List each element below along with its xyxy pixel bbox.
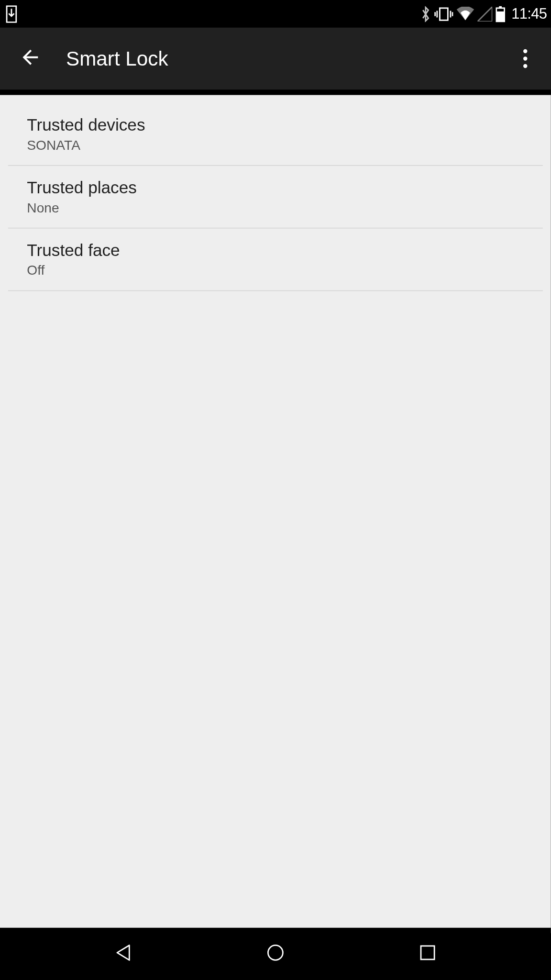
svg-rect-6 [421, 946, 434, 959]
system-nav-bar [0, 928, 551, 980]
page-title: Smart Lock [66, 47, 168, 70]
status-bar: 11:45 [0, 0, 551, 28]
arrow-back-icon [19, 46, 42, 72]
overflow-menu-button[interactable] [515, 45, 536, 73]
cell-signal-icon [478, 6, 493, 21]
nav-back-button[interactable] [96, 942, 150, 965]
bluetooth-icon [420, 6, 431, 22]
settings-content: Trusted devices SONATA Trusted places No… [0, 95, 551, 934]
item-summary: Off [27, 263, 524, 278]
circle-home-icon [265, 942, 286, 965]
app-bar: Smart Lock [0, 28, 551, 90]
battery-icon [496, 6, 506, 22]
item-title: Trusted devices [27, 115, 524, 135]
trusted-places-item[interactable]: Trusted places None [0, 166, 551, 228]
divider [8, 290, 543, 291]
nav-recent-button[interactable] [401, 943, 455, 964]
vibrate-icon [435, 6, 453, 21]
item-summary: SONATA [27, 137, 524, 153]
status-clock: 11:45 [511, 5, 547, 23]
nav-home-button[interactable] [249, 942, 303, 965]
download-box-icon [4, 5, 19, 23]
trusted-face-item[interactable]: Trusted face Off [0, 228, 551, 290]
item-summary: None [27, 200, 524, 215]
item-title: Trusted places [27, 178, 524, 198]
item-title: Trusted face [27, 241, 524, 260]
more-vert-icon [523, 49, 527, 68]
svg-point-5 [268, 945, 283, 960]
square-recent-icon [418, 943, 437, 964]
triangle-back-icon [113, 942, 133, 965]
back-button[interactable] [16, 45, 44, 73]
svg-rect-1 [440, 8, 448, 20]
wifi-icon [457, 6, 474, 21]
trusted-devices-item[interactable]: Trusted devices SONATA [0, 103, 551, 165]
svg-rect-4 [496, 11, 505, 21]
